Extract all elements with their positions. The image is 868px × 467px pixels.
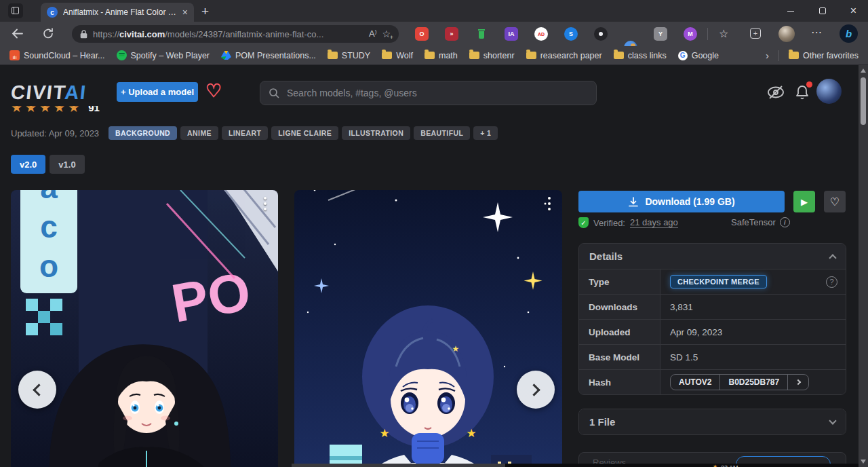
svg-text:o: o: [39, 248, 58, 284]
gallery-image-2[interactable]: ★ ★ ★: [294, 190, 562, 467]
bookmark-folder-research[interactable]: reasearch paper: [526, 51, 602, 60]
collections-icon[interactable]: +: [750, 28, 761, 39]
download-icon: [628, 197, 639, 207]
folder-icon: [328, 52, 338, 59]
anime-city-illustration: a c o PO: [11, 190, 278, 467]
extension-y-icon[interactable]: Y: [654, 27, 667, 41]
browser-tab[interactable]: c Aniflatmix - Anime Flat Color Sty ×: [41, 3, 194, 22]
gallery-image-1[interactable]: a c o PO: [11, 190, 278, 467]
tag-ligne-claire[interactable]: LIGNE CLAIRE: [271, 126, 338, 140]
hash-value[interactable]: B0D25DB787: [719, 375, 787, 390]
tag-background[interactable]: BACKGROUND: [108, 126, 177, 140]
bookmark-drive[interactable]: POM Presentations...: [221, 51, 316, 60]
detail-row-type: Type CHECKPOINT MERGE ?: [579, 269, 846, 294]
toolbar-separator: [707, 28, 708, 40]
help-icon[interactable]: ?: [826, 276, 837, 288]
read-aloud-wave: ): [375, 29, 377, 35]
version-v2-button[interactable]: v2.0: [11, 155, 45, 174]
version-v1-button[interactable]: v1.0: [50, 155, 84, 174]
bookmark-folder-study[interactable]: STUDY: [328, 51, 370, 60]
chevron-down-icon: [829, 417, 836, 424]
tag-beautiful[interactable]: BEAUTIFUL: [414, 126, 470, 140]
info-icon[interactable]: i: [780, 217, 790, 227]
hide-content-icon[interactable]: [766, 84, 785, 100]
extension-adguard-icon[interactable]: AD: [534, 27, 548, 41]
bing-sidebar-icon[interactable]: b: [840, 24, 858, 43]
upload-model-button[interactable]: + Upload a model: [117, 82, 198, 102]
bookmark-spotify[interactable]: Spotify – Web Player: [117, 50, 210, 60]
window-maximize-button[interactable]: [807, 0, 837, 22]
search-input[interactable]: [285, 87, 588, 99]
scroll-up-icon[interactable]: [861, 69, 866, 73]
browser-toolbar: https://civitai.com/models/24387/aniflat…: [0, 22, 868, 46]
bookmark-folder-math[interactable]: math: [425, 51, 458, 60]
tag-illustration[interactable]: ILLUSTRATION: [342, 126, 410, 140]
extension-pin-icon[interactable]: [594, 27, 608, 41]
pin-dot: [599, 32, 603, 36]
extension-onetab-icon[interactable]: O: [415, 27, 429, 41]
trash-bin: [479, 31, 484, 39]
add-favorite-icon[interactable]: ☆+: [382, 29, 391, 39]
scroll-down-icon[interactable]: [861, 460, 866, 464]
back-icon[interactable]: [11, 28, 24, 39]
tab-favicon: c: [47, 7, 58, 18]
new-tab-button[interactable]: +: [201, 4, 209, 19]
extension-m-icon[interactable]: M: [684, 27, 697, 41]
browser-profile-avatar[interactable]: [778, 26, 795, 42]
refresh-icon[interactable]: [42, 28, 54, 39]
hash-control[interactable]: AUTOV2 B0D25DB787: [670, 374, 809, 390]
other-favorites[interactable]: Other favorites: [789, 51, 859, 60]
tag-more[interactable]: + 1: [473, 126, 498, 140]
hash-expand-button[interactable]: [787, 375, 808, 390]
window-minimize-button[interactable]: [775, 0, 806, 22]
rating-stars[interactable]: ★★★★★: [11, 106, 82, 115]
image-1-menu-icon[interactable]: [258, 197, 272, 210]
carousel-next-button[interactable]: [517, 371, 555, 409]
user-avatar[interactable]: [816, 79, 842, 104]
tag-lineart[interactable]: LINEART: [222, 126, 268, 140]
download-button[interactable]: Download (1.99 GB): [578, 191, 785, 212]
carousel-prev-button[interactable]: [18, 371, 56, 409]
tag-list: BACKGROUND ANIME LINEART LIGNE CLAIRE IL…: [108, 126, 498, 140]
favorites-icon[interactable]: ☆: [719, 27, 728, 40]
favorite-model-button[interactable]: ♡: [824, 191, 846, 212]
tab-close-icon[interactable]: ×: [182, 7, 188, 17]
run-model-button[interactable]: ▶: [793, 191, 815, 212]
site-search[interactable]: [260, 81, 597, 105]
verified-time-link[interactable]: 21 days ago: [630, 217, 678, 228]
folder-icon: [425, 52, 435, 59]
bookmark-folder-shortenr[interactable]: shortenr: [469, 51, 515, 60]
bookmarks-overflow-icon[interactable]: ›: [766, 50, 769, 61]
bookmark-folder-wolf[interactable]: Wolf: [382, 51, 413, 60]
tag-anime[interactable]: ANIME: [180, 126, 218, 140]
extension-ia-icon[interactable]: IA: [505, 27, 518, 41]
workspaces-glyph-bar: [14, 7, 14, 14]
extension-shazam-icon[interactable]: S: [564, 27, 578, 41]
window-close-button[interactable]: ×: [838, 0, 868, 22]
url-text: https://civitai.com/models/24387/aniflat…: [93, 29, 363, 39]
add-favorite-plus: +: [390, 34, 393, 41]
workspaces-icon[interactable]: [8, 3, 23, 18]
bookmark-folder-classlinks[interactable]: class links: [614, 51, 667, 60]
address-bar[interactable]: https://civitai.com/models/24387/aniflat…: [72, 25, 399, 43]
notification-badge: [806, 81, 812, 88]
hash-algo[interactable]: AUTOV2: [671, 375, 719, 390]
toolbar-more-icon[interactable]: ⋯: [811, 26, 822, 39]
extension-speed-icon[interactable]: »: [445, 27, 458, 41]
lock-icon: [80, 30, 87, 39]
scrollbar-thumb[interactable]: [861, 77, 866, 125]
liked-models-icon[interactable]: ♡: [205, 80, 222, 102]
model-rating: ★★★★★ 91: [11, 106, 100, 115]
page-scrollbar[interactable]: [859, 65, 868, 467]
browser-window: c Aniflatmix - Anime Flat Color Sty × + …: [0, 0, 868, 467]
read-aloud-icon[interactable]: A): [369, 29, 376, 39]
bookmark-soundcloud[interactable]: ılıSoundCloud – Hear...: [9, 50, 105, 60]
image-2-menu-icon[interactable]: [542, 197, 556, 210]
type-badge[interactable]: CHECKPOINT MERGE: [670, 275, 767, 288]
url-scheme: https://: [93, 29, 119, 39]
files-header[interactable]: 1 File: [579, 409, 846, 434]
bookmark-google[interactable]: GGoogle: [678, 51, 719, 60]
extension-cleaner-icon[interactable]: [475, 27, 488, 41]
civitai-logo[interactable]: CIVITAI: [9, 81, 87, 104]
details-header[interactable]: Details: [579, 244, 846, 269]
